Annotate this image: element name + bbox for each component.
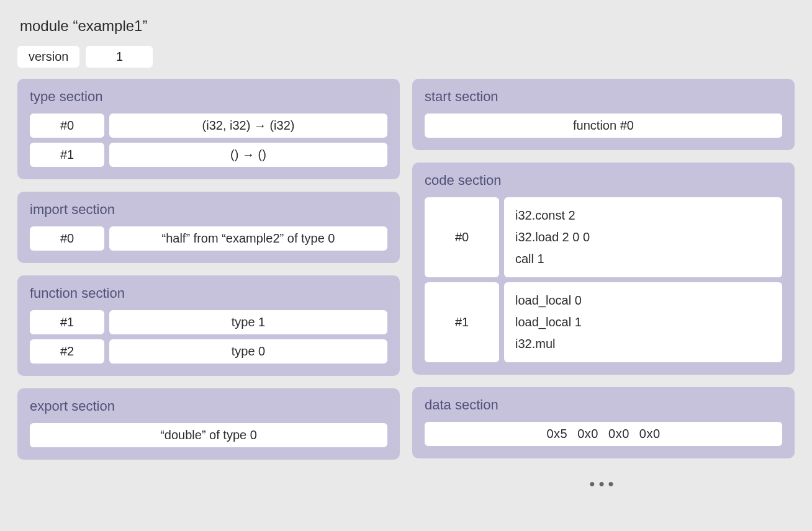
module-title: module “example1” [20,17,795,35]
index-cell: #0 [30,226,104,251]
start-entry: function #0 [425,114,782,138]
table-row: 0x5 0x0 0x0 0x0 [425,422,782,446]
table-row: #2 type 0 [30,339,387,364]
export-desc: “double” of type 0 [30,423,387,447]
section-title: data section [425,397,782,413]
data-entry: 0x5 0x0 0x0 0x0 [425,422,782,446]
table-row: “double” of type 0 [30,423,387,447]
table-row: #1 type 1 [30,310,387,334]
type-section: type section #0 (i32, i32) → (i32) #1 ()… [17,79,400,179]
table-row: function #0 [425,114,782,138]
function-section: function section #1 type 1 #2 type 0 [17,275,400,376]
section-title: start section [425,89,782,105]
right-column: start section function #0 code section #… [412,79,795,494]
index-cell: #2 [30,339,104,364]
version-value: 1 [86,46,153,68]
type-signature: (i32, i32) → (i32) [109,114,387,138]
function-desc: type 1 [109,310,387,334]
code-line: load_local 0 [515,291,582,310]
code-line: i32.load 2 0 0 [515,228,590,247]
import-section: import section #0 “half” from “example2”… [17,192,400,263]
index-cell: #1 [30,143,104,167]
code-body: load_local 0 load_local 1 i32.mul [504,282,782,362]
version-row: version 1 [17,46,795,68]
code-line: load_local 1 [515,313,582,332]
code-line: call 1 [515,249,544,269]
ellipsis-icon: ••• [412,475,795,494]
type-signature: () → () [109,143,387,167]
index-cell: #0 [425,197,499,277]
section-title: import section [30,202,387,218]
table-row: #1 load_local 0 load_local 1 i32.mul [425,282,782,362]
index-cell: #1 [425,282,499,362]
table-row: #0 i32.const 2 i32.load 2 0 0 call 1 [425,197,782,277]
function-desc: type 0 [109,339,387,364]
index-cell: #0 [30,114,104,138]
section-title: function section [30,285,387,301]
export-section: export section “double” of type 0 [17,388,400,460]
code-line: i32.mul [515,334,555,354]
left-column: type section #0 (i32, i32) → (i32) #1 ()… [17,79,400,460]
section-title: export section [30,398,387,414]
code-line: i32.const 2 [515,206,575,225]
data-section: data section 0x5 0x0 0x0 0x0 [412,387,795,458]
table-row: #0 “half” from “example2” of type 0 [30,226,387,251]
section-title: type section [30,89,387,105]
table-row: #0 (i32, i32) → (i32) [30,114,387,138]
section-title: code section [425,172,782,189]
code-body: i32.const 2 i32.load 2 0 0 call 1 [504,197,782,277]
table-row: #1 () → () [30,143,387,167]
code-section: code section #0 i32.const 2 i32.load 2 0… [412,163,795,375]
index-cell: #1 [30,310,104,334]
import-desc: “half” from “example2” of type 0 [109,226,387,251]
version-label: version [17,46,79,68]
start-section: start section function #0 [412,79,795,150]
